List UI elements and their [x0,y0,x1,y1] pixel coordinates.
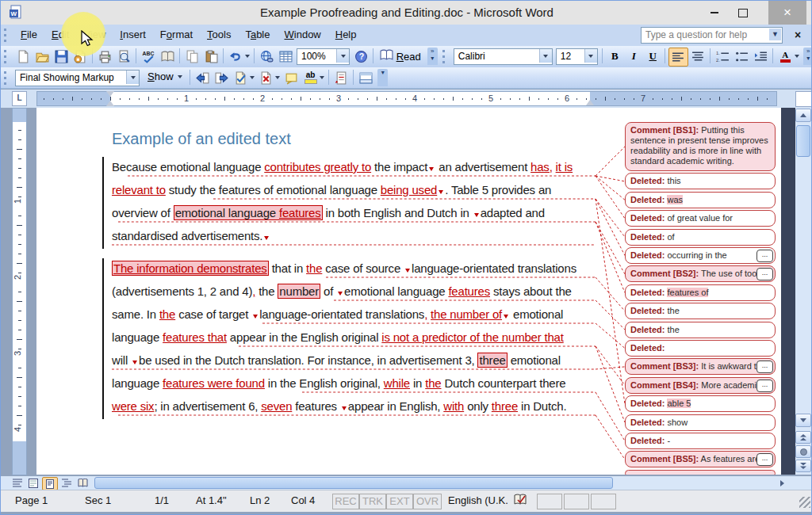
numbered-list-button[interactable]: 1.2. [714,48,732,65]
vertical-scroll-thumb[interactable] [796,125,810,157]
toolbar-options-icon[interactable]: ▾ [377,69,388,86]
question-help-input[interactable]: Type a question for help ▼ [641,27,783,44]
comment-balloon[interactable]: Comment [BS3]: It is awkward t... [625,358,776,375]
web-layout-view-button[interactable] [26,477,40,489]
bold-button[interactable]: B [606,48,624,65]
first-line-indent-marker[interactable] [106,91,114,97]
tab-selector[interactable]: L [12,91,27,106]
insert-table-button[interactable] [277,48,295,65]
toolbar-grip[interactable] [442,50,449,63]
outline-view-button[interactable] [59,477,74,489]
insert-hyperlink-button[interactable] [258,48,276,65]
next-page-icon[interactable] [795,460,811,472]
menu-item-help[interactable]: Help [328,25,364,46]
show-markup-button[interactable]: Show [143,69,187,86]
minimize-button[interactable] [700,1,729,25]
chevron-down-icon[interactable]: ▼ [769,29,781,40]
paste-button[interactable] [202,48,220,65]
deleted-balloon[interactable]: Deleted: able 5 [625,395,776,412]
document-page[interactable]: Example of an edited text Because emotio… [36,108,781,475]
balloon-overflow-button[interactable]: ... [756,360,773,373]
help-button[interactable]: ? [352,48,370,65]
comment-balloon[interactable]: Comment [BS1]: Putting this sentence in … [625,122,776,171]
menu-item-window[interactable]: Window [278,25,328,46]
balloon-overflow-button[interactable]: ... [756,380,773,392]
accept-change-button[interactable] [232,69,250,86]
toolbar-grip[interactable] [4,71,10,85]
resize-grip[interactable] [799,497,810,508]
deleted-balloon[interactable]: Deleted: was [625,192,776,208]
italic-button[interactable]: I [625,48,643,65]
horizontal-scroll-thumb[interactable] [94,477,613,489]
menu-item-file[interactable]: File [13,25,44,46]
font-color-dropdown-icon[interactable] [795,55,799,58]
align-center-button[interactable] [689,48,707,65]
print-layout-view-button[interactable] [42,477,58,490]
chevron-down-icon[interactable] [584,49,597,63]
undo-button[interactable] [227,48,245,65]
undo-dropdown-icon[interactable] [245,55,250,58]
menubar-close-icon[interactable]: × [791,28,805,42]
increase-indent-button[interactable] [752,48,770,65]
balloon-overflow-button[interactable]: ... [756,453,773,466]
scroll-up-icon[interactable] [795,109,811,122]
toolbar-options-icon[interactable]: »▾ [803,48,812,65]
status-language[interactable]: English (U.K. [443,494,515,508]
font-color-button[interactable]: A [776,48,795,65]
deleted-balloon[interactable]: Deleted: show [625,414,776,431]
save-button[interactable] [52,48,71,65]
status-trk-toggle[interactable]: TRK [359,494,386,509]
scroll-down-icon[interactable] [795,414,811,427]
track-changes-button[interactable] [332,69,350,86]
deleted-balloon[interactable]: Deleted: of great value for [625,210,776,227]
display-for-review-combo[interactable]: Final Showing Markup [15,70,140,86]
deleted-balloon[interactable]: Deleted: features of [625,284,776,301]
deleted-balloon[interactable]: Deleted: of [625,229,776,246]
deleted-balloon[interactable]: Deleted: the [625,303,776,319]
comment-balloon[interactable]: Comment [BS5]: As features are... [625,451,776,467]
deleted-balloon[interactable]: Deleted: this [625,173,776,189]
reject-change-button[interactable] [257,69,275,86]
menu-item-insert[interactable]: Insert [113,25,153,46]
reviewing-pane-button[interactable] [357,69,375,86]
deleted-balloon[interactable]: Deleted: occurring in the... [625,247,776,264]
toolbar-grip[interactable] [4,29,10,42]
horizontal-scrollbar[interactable] [1,476,812,490]
highlight-button[interactable]: ab [301,69,320,86]
menu-item-view[interactable]: View [76,25,113,46]
align-left-button[interactable] [668,48,688,67]
balloon-overflow-button[interactable]: ... [756,268,773,280]
close-button[interactable]: × [768,1,806,25]
deleted-balloon[interactable]: Deleted: the [625,322,776,338]
reading-layout-view-button[interactable] [75,477,90,489]
status-ext-toggle[interactable]: EXT [386,494,413,509]
new-document-button[interactable] [14,48,33,65]
read-button[interactable]: Read [376,48,425,65]
hanging-indent-marker[interactable] [106,101,114,106]
comment-balloon[interactable]: Comment [BS4]: More academi... [625,377,776,394]
copy-button[interactable] [183,48,201,65]
status-rec-toggle[interactable]: REC [332,494,359,509]
previous-change-button[interactable] [193,69,212,86]
chevron-down-icon[interactable] [336,49,349,63]
spelling-status-icon[interactable] [510,494,530,508]
next-change-button[interactable] [213,69,231,86]
zoom-combo[interactable]: 100% [297,48,350,65]
select-browse-object-icon[interactable] [795,445,811,458]
spelling-grammar-button[interactable]: ABC [140,48,158,65]
font-size-combo[interactable]: 12 [556,48,598,65]
toolbar-options-icon[interactable]: »▾ [427,48,438,65]
permission-button[interactable] [71,48,90,65]
accept-change-dropdown-icon[interactable] [250,76,255,79]
balloon-overflow-button[interactable]: ... [756,250,773,262]
menu-item-edit[interactable]: Edit [44,25,76,46]
menu-item-table[interactable]: Table [238,25,277,46]
chevron-down-icon[interactable] [539,49,552,63]
print-preview-button[interactable] [115,48,133,65]
reject-change-dropdown-icon[interactable] [275,76,280,79]
menu-item-format[interactable]: Format [153,25,200,46]
maximize-button[interactable] [729,1,757,25]
highlight-dropdown-icon[interactable] [320,76,324,79]
chevron-down-icon[interactable] [126,71,139,84]
font-name-combo[interactable]: Calibri [454,48,553,65]
